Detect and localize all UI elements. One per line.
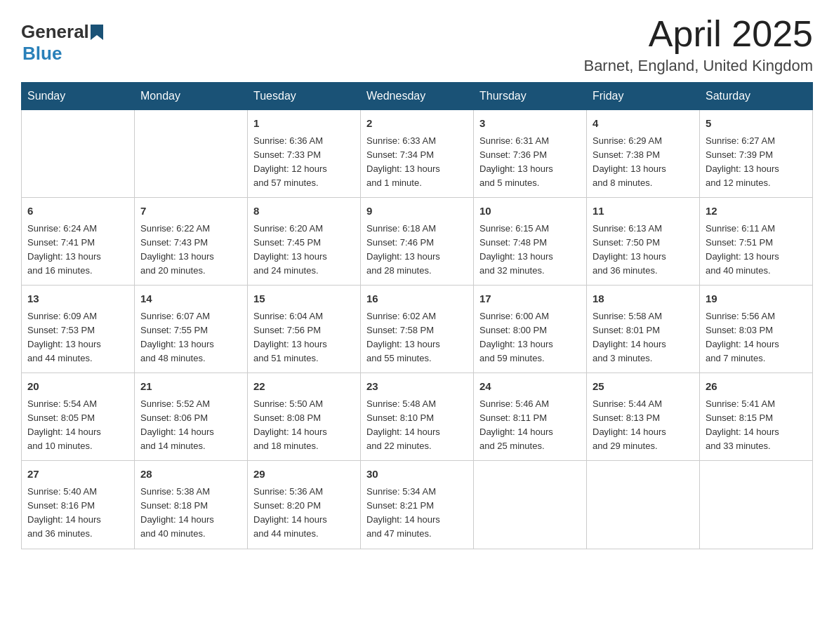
day-info: Sunrise: 6:09 AMSunset: 7:53 PMDaylight:… [27,309,128,366]
day-info: Sunrise: 5:50 AMSunset: 8:08 PMDaylight:… [253,397,355,454]
calendar-cell: 26Sunrise: 5:41 AMSunset: 8:15 PMDayligh… [700,373,813,461]
calendar-week-row: 20Sunrise: 5:54 AMSunset: 8:05 PMDayligh… [22,373,813,461]
calendar-cell: 9Sunrise: 6:18 AMSunset: 7:46 PMDaylight… [361,198,474,286]
day-info: Sunrise: 6:27 AMSunset: 7:39 PMDaylight:… [706,134,807,191]
day-info: Sunrise: 6:36 AMSunset: 7:33 PMDaylight:… [253,134,355,191]
calendar-week-row: 13Sunrise: 6:09 AMSunset: 7:53 PMDayligh… [22,286,813,373]
calendar-cell: 7Sunrise: 6:22 AMSunset: 7:43 PMDaylight… [135,198,248,286]
calendar-cell: 5Sunrise: 6:27 AMSunset: 7:39 PMDaylight… [700,110,813,198]
day-info: Sunrise: 5:44 AMSunset: 8:13 PMDaylight:… [593,397,694,454]
day-number: 20 [27,379,128,395]
calendar-cell: 25Sunrise: 5:44 AMSunset: 8:13 PMDayligh… [587,373,700,461]
day-number: 13 [27,291,128,307]
calendar-cell [22,110,135,198]
day-info: Sunrise: 5:38 AMSunset: 8:18 PMDaylight:… [140,485,241,542]
day-number: 17 [479,291,581,307]
day-number: 10 [479,203,581,220]
calendar-cell: 27Sunrise: 5:40 AMSunset: 8:16 PMDayligh… [22,461,135,549]
day-number: 25 [593,379,694,395]
calendar-cell [700,461,813,549]
day-info: Sunrise: 6:00 AMSunset: 8:00 PMDaylight:… [479,309,581,366]
day-number: 19 [706,291,807,307]
calendar-cell: 23Sunrise: 5:48 AMSunset: 8:10 PMDayligh… [361,373,474,461]
calendar-cell: 22Sunrise: 5:50 AMSunset: 8:08 PMDayligh… [248,373,361,461]
day-number: 26 [706,379,807,395]
day-number: 15 [253,291,355,307]
day-info: Sunrise: 6:07 AMSunset: 7:55 PMDaylight:… [140,309,241,366]
day-number: 6 [27,203,128,220]
calendar-cell [587,461,700,549]
day-info: Sunrise: 6:11 AMSunset: 7:51 PMDaylight:… [706,222,807,279]
calendar-cell: 10Sunrise: 6:15 AMSunset: 7:48 PMDayligh… [474,198,587,286]
logo-arrow-icon [91,25,103,40]
calendar-cell: 1Sunrise: 6:36 AMSunset: 7:33 PMDaylight… [248,110,361,198]
calendar-table: SundayMondayTuesdayWednesdayThursdayFrid… [21,82,813,549]
calendar-cell: 15Sunrise: 6:04 AMSunset: 7:56 PMDayligh… [248,286,361,373]
logo-general-text: General [21,21,89,43]
calendar-cell: 16Sunrise: 6:02 AMSunset: 7:58 PMDayligh… [361,286,474,373]
calendar-day-header: Tuesday [248,83,361,110]
day-number: 22 [253,379,355,395]
calendar-cell: 12Sunrise: 6:11 AMSunset: 7:51 PMDayligh… [700,198,813,286]
calendar-week-row: 27Sunrise: 5:40 AMSunset: 8:16 PMDayligh… [22,461,813,549]
day-number: 16 [366,291,468,307]
day-info: Sunrise: 6:04 AMSunset: 7:56 PMDaylight:… [253,309,355,366]
day-info: Sunrise: 6:15 AMSunset: 7:48 PMDaylight:… [479,222,581,279]
calendar-cell [135,110,248,198]
day-info: Sunrise: 6:20 AMSunset: 7:45 PMDaylight:… [253,222,355,279]
calendar-day-header: Thursday [474,83,587,110]
logo: General Blue [21,21,103,65]
day-number: 11 [593,203,694,220]
calendar-cell [474,461,587,549]
page-header: General Blue April 2025 Barnet, England,… [21,14,813,75]
day-info: Sunrise: 5:34 AMSunset: 8:21 PMDaylight:… [366,485,468,542]
day-info: Sunrise: 6:24 AMSunset: 7:41 PMDaylight:… [27,222,128,279]
day-number: 2 [366,116,468,132]
day-number: 5 [706,116,807,132]
calendar-cell: 28Sunrise: 5:38 AMSunset: 8:18 PMDayligh… [135,461,248,549]
calendar-day-header: Monday [135,83,248,110]
calendar-cell: 17Sunrise: 6:00 AMSunset: 8:00 PMDayligh… [474,286,587,373]
day-number: 9 [366,203,468,220]
day-number: 1 [253,116,355,132]
calendar-cell: 18Sunrise: 5:58 AMSunset: 8:01 PMDayligh… [587,286,700,373]
day-number: 23 [366,379,468,395]
location-subtitle: Barnet, England, United Kingdom [583,57,813,75]
day-number: 28 [140,467,241,483]
calendar-cell: 8Sunrise: 6:20 AMSunset: 7:45 PMDaylight… [248,198,361,286]
day-number: 24 [479,379,581,395]
calendar-week-row: 1Sunrise: 6:36 AMSunset: 7:33 PMDaylight… [22,110,813,198]
calendar-cell: 6Sunrise: 6:24 AMSunset: 7:41 PMDaylight… [22,198,135,286]
calendar-cell: 3Sunrise: 6:31 AMSunset: 7:36 PMDaylight… [474,110,587,198]
svg-marker-0 [91,25,103,40]
day-info: Sunrise: 6:13 AMSunset: 7:50 PMDaylight:… [593,222,694,279]
day-info: Sunrise: 5:56 AMSunset: 8:03 PMDaylight:… [706,309,807,366]
calendar-cell: 2Sunrise: 6:33 AMSunset: 7:34 PMDaylight… [361,110,474,198]
day-info: Sunrise: 6:22 AMSunset: 7:43 PMDaylight:… [140,222,241,279]
day-number: 27 [27,467,128,483]
calendar-cell: 24Sunrise: 5:46 AMSunset: 8:11 PMDayligh… [474,373,587,461]
day-number: 29 [253,467,355,483]
calendar-cell: 13Sunrise: 6:09 AMSunset: 7:53 PMDayligh… [22,286,135,373]
day-number: 21 [140,379,241,395]
day-info: Sunrise: 5:36 AMSunset: 8:20 PMDaylight:… [253,485,355,542]
day-info: Sunrise: 6:33 AMSunset: 7:34 PMDaylight:… [366,134,468,191]
day-number: 12 [706,203,807,220]
calendar-day-header: Wednesday [361,83,474,110]
calendar-header-row: SundayMondayTuesdayWednesdayThursdayFrid… [22,83,813,110]
calendar-cell: 19Sunrise: 5:56 AMSunset: 8:03 PMDayligh… [700,286,813,373]
calendar-day-header: Saturday [700,83,813,110]
day-info: Sunrise: 5:40 AMSunset: 8:16 PMDaylight:… [27,485,128,542]
day-info: Sunrise: 6:02 AMSunset: 7:58 PMDaylight:… [366,309,468,366]
day-info: Sunrise: 5:41 AMSunset: 8:15 PMDaylight:… [706,397,807,454]
calendar-day-header: Friday [587,83,700,110]
day-info: Sunrise: 5:48 AMSunset: 8:10 PMDaylight:… [366,397,468,454]
day-info: Sunrise: 5:52 AMSunset: 8:06 PMDaylight:… [140,397,241,454]
calendar-cell: 4Sunrise: 6:29 AMSunset: 7:38 PMDaylight… [587,110,700,198]
calendar-week-row: 6Sunrise: 6:24 AMSunset: 7:41 PMDaylight… [22,198,813,286]
calendar-cell: 14Sunrise: 6:07 AMSunset: 7:55 PMDayligh… [135,286,248,373]
day-info: Sunrise: 5:46 AMSunset: 8:11 PMDaylight:… [479,397,581,454]
day-number: 3 [479,116,581,132]
day-info: Sunrise: 5:54 AMSunset: 8:05 PMDaylight:… [27,397,128,454]
day-number: 30 [366,467,468,483]
